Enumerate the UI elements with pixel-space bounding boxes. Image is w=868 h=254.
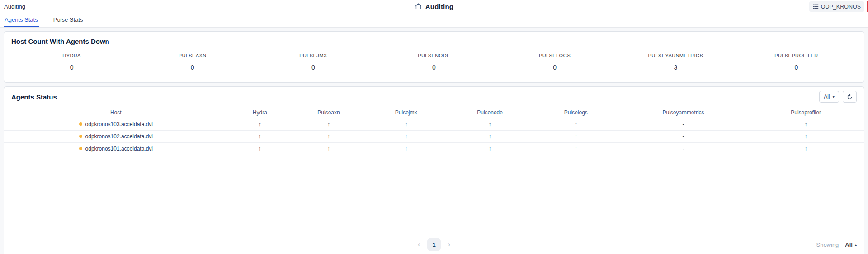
stat-value: 0	[11, 64, 132, 71]
status-up-arrow: ↑	[365, 130, 447, 142]
page-size-value: All	[845, 241, 853, 248]
stat-label: PULSEAXN	[132, 53, 253, 58]
column-header-pulsejmx: Pulsejmx	[365, 107, 447, 118]
host-status-dot-icon	[79, 147, 82, 150]
stat-label: PULSEYARNMETRICS	[615, 53, 736, 58]
stat-label: PULSEJMX	[253, 53, 373, 58]
agents-status-card-header: Agents Status All ▾	[4, 87, 864, 107]
table-footer: ‹ 1 › Showing All ▴	[4, 235, 864, 254]
stat-value: 3	[615, 64, 736, 71]
breadcrumb[interactable]: Auditing	[4, 0, 25, 13]
status-up-arrow: ↑	[447, 142, 533, 155]
stat-pulseyarnmetrics: PULSEYARNMETRICS 3	[615, 53, 736, 71]
agents-status-card: Agents Status All ▾	[4, 86, 864, 254]
cluster-name: ODP_KRONOS	[821, 4, 861, 10]
table-header-row: Host Hydra Pulseaxn Pulsejmx Pulsenode P…	[4, 107, 864, 118]
status-up-arrow: ↑	[365, 118, 447, 130]
stat-pulsejmx: PULSEJMX 0	[253, 53, 373, 71]
column-header-hydra: Hydra	[228, 107, 292, 118]
status-up-arrow: ↑	[228, 142, 292, 155]
status-empty: -	[619, 118, 748, 130]
column-header-pulseprofiler: Pulseprofiler	[748, 107, 864, 118]
pagination-next-button[interactable]: ›	[446, 241, 452, 248]
pagination-page-1[interactable]: 1	[427, 238, 441, 251]
column-header-pulseyarnmetrics: Pulseyarnmetrics	[619, 107, 748, 118]
cluster-selector-button[interactable]: ODP_KRONOS	[809, 1, 864, 12]
stat-value: 0	[132, 64, 253, 71]
home-icon	[415, 3, 422, 10]
stat-label: PULSEPROFILER	[736, 53, 857, 58]
stat-pulselogs: PULSELOGS 0	[495, 53, 615, 71]
stat-label: HYDRA	[11, 53, 132, 58]
page-size-dropdown[interactable]: All ▴	[845, 241, 857, 248]
agents-status-table: Host Hydra Pulseaxn Pulsejmx Pulsenode P…	[4, 107, 864, 155]
tab-agents-stats[interactable]: Agents Stats	[4, 13, 39, 27]
stat-value: 0	[253, 64, 373, 71]
agents-status-card-title: Agents Status	[11, 93, 57, 101]
page-title-text: Auditing	[425, 3, 453, 10]
status-up-arrow: ↑	[748, 118, 864, 130]
stat-hydra: HYDRA 0	[11, 53, 132, 71]
agents-filter-value: All	[824, 94, 830, 100]
column-header-host: Host	[4, 107, 228, 118]
stat-pulsenode: PULSENODE 0	[373, 53, 494, 71]
host-count-card: Host Count With Agents Down HYDRA 0 PULS…	[4, 31, 864, 83]
stat-label: PULSELOGS	[495, 53, 615, 58]
status-up-arrow: ↑	[447, 130, 533, 142]
status-up-arrow: ↑	[365, 142, 447, 155]
stat-pulseprofiler: PULSEPROFILER 0	[736, 53, 857, 71]
status-up-arrow: ↑	[533, 142, 619, 155]
agents-status-controls: All ▾	[819, 91, 857, 103]
table-row: odpkronos103.acceldata.dvl ↑ ↑ ↑ ↑ ↑ - ↑	[4, 118, 864, 130]
host-count-stats-row: HYDRA 0 PULSEAXN 0 PULSEJMX 0 PULSENODE …	[11, 53, 857, 71]
refresh-icon	[847, 94, 853, 100]
status-up-arrow: ↑	[533, 118, 619, 130]
column-header-pulselogs: Pulselogs	[533, 107, 619, 118]
status-up-arrow: ↑	[533, 130, 619, 142]
stat-pulseaxn: PULSEAXN 0	[132, 53, 253, 71]
stat-value: 0	[736, 64, 857, 71]
refresh-button[interactable]	[843, 91, 857, 103]
status-up-arrow: ↑	[447, 118, 533, 130]
host-status-dot-icon	[79, 135, 82, 138]
host-name: odpkronos101.acceldata.dvl	[85, 146, 153, 152]
pagination-prev-button[interactable]: ‹	[416, 241, 422, 248]
page-title: Auditing	[415, 0, 453, 13]
chevron-up-icon: ▴	[855, 243, 857, 247]
stat-value: 0	[373, 64, 494, 71]
status-up-arrow: ↑	[292, 130, 365, 142]
stat-value: 0	[495, 64, 615, 71]
host-name: odpkronos102.acceldata.dvl	[85, 133, 153, 140]
showing-label: Showing	[816, 241, 839, 248]
host-count-card-title: Host Count With Agents Down	[11, 38, 857, 45]
host-cell: odpkronos102.acceldata.dvl	[4, 130, 228, 142]
host-cell: odpkronos103.acceldata.dvl	[4, 118, 228, 130]
table-row: odpkronos101.acceldata.dvl ↑ ↑ ↑ ↑ ↑ - ↑	[4, 142, 864, 155]
cluster-icon	[813, 4, 819, 9]
table-row: odpkronos102.acceldata.dvl ↑ ↑ ↑ ↑ ↑ - ↑	[4, 130, 864, 142]
showing-controls: Showing All ▴	[816, 235, 857, 254]
status-up-arrow: ↑	[292, 142, 365, 155]
status-up-arrow: ↑	[748, 142, 864, 155]
column-header-pulsenode: Pulsenode	[447, 107, 533, 118]
status-up-arrow: ↑	[292, 118, 365, 130]
host-name: odpkronos103.acceldata.dvl	[85, 121, 153, 127]
topbar: Auditing Auditing ODP_KRONOS	[0, 0, 868, 13]
host-status-dot-icon	[79, 122, 82, 126]
status-up-arrow: ↑	[748, 130, 864, 142]
status-up-arrow: ↑	[228, 118, 292, 130]
column-header-pulseaxn: Pulseaxn	[292, 107, 365, 118]
stat-label: PULSENODE	[373, 53, 494, 58]
tab-pulse-stats[interactable]: Pulse Stats	[52, 13, 84, 27]
chevron-down-icon: ▾	[832, 94, 835, 99]
status-empty: -	[619, 142, 748, 155]
agents-filter-dropdown[interactable]: All ▾	[819, 91, 839, 103]
status-empty: -	[619, 130, 748, 142]
tabstrip: Agents Stats Pulse Stats	[0, 13, 868, 28]
table-empty-space	[4, 155, 864, 235]
main-content: Host Count With Agents Down HYDRA 0 PULS…	[0, 28, 868, 254]
pagination: ‹ 1 ›	[416, 238, 453, 251]
status-up-arrow: ↑	[228, 130, 292, 142]
host-cell: odpkronos101.acceldata.dvl	[4, 142, 228, 155]
